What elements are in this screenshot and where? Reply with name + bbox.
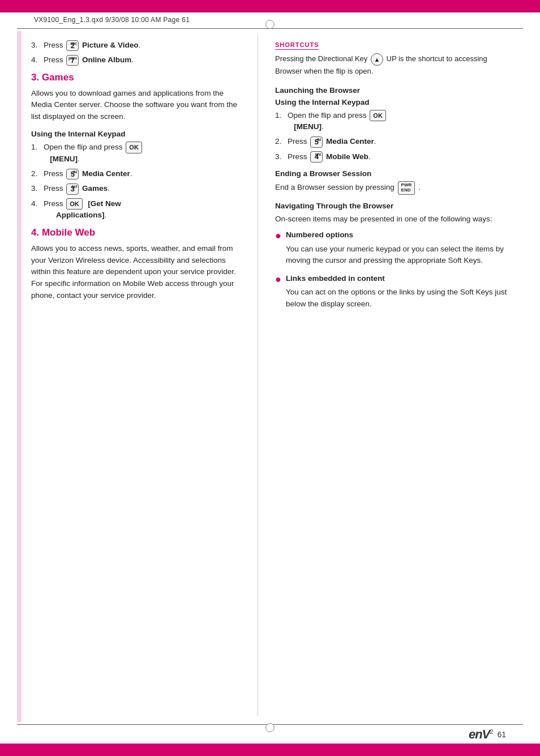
top-circle-decoration	[265, 20, 275, 29]
intro-steps: 3. Press 2abc Picture & Video. 4. Press …	[31, 40, 241, 66]
step-content: Press 3def Games.	[44, 183, 241, 194]
navigating-heading: Navigating Through the Browser	[275, 202, 509, 210]
step-content: Open the flip and press OK [MENU].	[288, 110, 509, 133]
list-item: 4. Press OK [Get New Applications].	[31, 198, 241, 221]
step-content: Press 7pqrs Online Album.	[44, 54, 241, 66]
list-item: 3. Press 2abc Picture & Video.	[31, 40, 241, 51]
shortcuts-box: SHORTCUTS Pressing the Directional Key ▲…	[275, 40, 509, 77]
step-number: 4.	[31, 198, 41, 210]
step-content: Press 5jkl Media Center.	[288, 136, 509, 147]
bullet-content: Links embedded in content You can act on…	[286, 273, 509, 310]
main-content: 3. Press 2abc Picture & Video. 4. Press …	[31, 34, 509, 716]
key-ok-browser: OK	[370, 110, 386, 122]
list-item: ● Numbered options You can use your nume…	[275, 229, 509, 266]
step-number: 4.	[31, 54, 41, 66]
step-number: 3.	[31, 40, 41, 51]
navigating-body: On-screen items may be presented in one …	[275, 213, 509, 225]
bullet-body: You can act on the options or the links …	[286, 287, 509, 310]
key-5: 5jkl	[66, 169, 79, 180]
step-content: Press 2abc Picture & Video.	[44, 40, 241, 51]
left-column: 3. Press 2abc Picture & Video. 4. Press …	[31, 34, 241, 716]
step-content: Open the flip and press OK [MENU].	[44, 142, 241, 165]
bullet-title: Links embedded in content	[286, 273, 509, 284]
footer-logo: enV2	[469, 727, 493, 742]
step-content: Press 5jkl Media Center.	[44, 168, 241, 180]
bullet-list: ● Numbered options You can use your nume…	[275, 229, 509, 310]
key-3: 3def	[66, 183, 79, 195]
step-number: 1.	[31, 142, 41, 153]
list-item: 1. Open the flip and press OK [MENU].	[275, 110, 509, 133]
step-number: 3.	[31, 183, 41, 194]
browser-heading1: Launching the Browser	[275, 86, 509, 95]
shortcuts-text: Pressing the Directional Key ▲ UP is the…	[275, 53, 509, 77]
key-4-browser: 4ghi	[310, 151, 323, 163]
list-item: 2. Press 5jkl Media Center.	[31, 168, 241, 180]
sub-heading-internal-keypad-1: Using the Internal Keypad	[31, 130, 241, 138]
step-number: 2.	[275, 136, 285, 147]
directional-key-icon: ▲	[371, 53, 383, 66]
section4-heading: 4. Mobile Web	[31, 227, 241, 238]
list-item: 4. Press 7pqrs Online Album.	[31, 54, 241, 66]
ending-heading: Ending a Browser Session	[275, 169, 509, 178]
right-column: SHORTCUTS Pressing the Directional Key ▲…	[275, 34, 509, 716]
bottom-circle-decoration	[265, 723, 275, 732]
bullet-title: Numbered options	[286, 229, 509, 241]
list-item: 3. Press 4ghi Mobile Web.	[275, 151, 509, 163]
key-7: 7pqrs	[66, 55, 79, 66]
step-label: Picture & Video	[82, 41, 139, 49]
step-number: 2.	[31, 168, 41, 180]
bullet-body: You can use your numeric keypad or you c…	[286, 244, 509, 267]
browser-heading2: Using the Internal Keypad	[275, 98, 509, 106]
footer: enV2 61	[469, 727, 506, 742]
key-end-pwr: PWREND	[398, 181, 415, 195]
list-item: 2. Press 5jkl Media Center.	[275, 136, 509, 147]
list-item: 1. Open the flip and press OK [MENU].	[31, 142, 241, 165]
step-content: Press 4ghi Mobile Web.	[288, 151, 509, 163]
bottom-bar	[0, 744, 540, 756]
shortcuts-label: SHORTCUTS	[275, 41, 319, 50]
list-item: ● Links embedded in content You can act …	[275, 273, 509, 310]
section4-body: Allows you to access news, sports, weath…	[31, 243, 241, 302]
file-info: VX9100_Eng_1.3.qxd 9/30/08 10:00 AM Page…	[34, 16, 190, 24]
section3-body: Allows you to download games and applica…	[31, 88, 241, 123]
step-number: 3.	[275, 151, 285, 163]
list-item: 3. Press 3def Games.	[31, 183, 241, 194]
bullet-content: Numbered options You can use your numeri…	[286, 229, 509, 266]
key-5-browser: 5jkl	[310, 136, 323, 148]
column-divider	[258, 34, 258, 716]
bullet-dot: ●	[275, 273, 281, 286]
key-ok-1: OK	[126, 142, 142, 153]
step-content: Press OK [Get New Applications].	[44, 198, 241, 221]
key-ok-2: OK	[66, 198, 83, 210]
step-number: 1.	[275, 110, 285, 121]
section3-heading: 3. Games	[31, 72, 241, 83]
header-bar	[0, 0, 540, 12]
step-label: Online Album	[82, 55, 131, 64]
bullet-dot: ●	[275, 229, 281, 242]
ending-body: End a Browser session by pressing PWREND…	[275, 181, 509, 195]
browser-steps: 1. Open the flip and press OK [MENU]. 2.…	[275, 110, 509, 163]
footer-page-number: 61	[497, 730, 506, 739]
games-steps: 1. Open the flip and press OK [MENU]. 2.…	[31, 142, 241, 221]
left-accent-bar	[17, 31, 22, 722]
key-2: 2abc	[66, 40, 79, 52]
